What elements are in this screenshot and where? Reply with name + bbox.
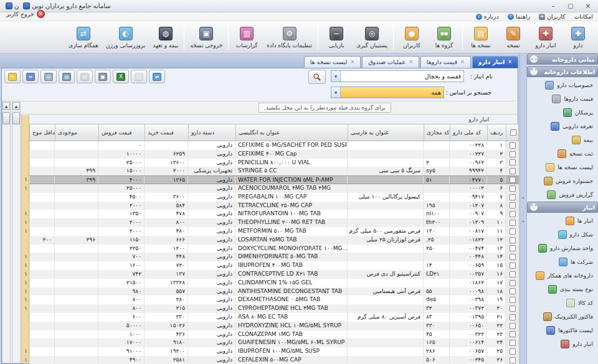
outer-vertical-scrollbar[interactable]: ▲ [2, 101, 11, 363]
sidebar-item-2-8[interactable]: جشنواره فروش [527, 174, 598, 188]
table-row[interactable]: ۹۱۰۰۰۱۹۲۰۰داروییIBUPROFEN ۱۰۰MG/۵ML SUSP… [29, 347, 519, 356]
toolbar-button-12[interactable]: ◍بیمه و تعهد [149, 23, 182, 52]
table-row[interactable]: ۲۰۰۲۹۶۱۱۵۰۶۶۶داروییLOSARTAN ۲۵MG TABقرص … [29, 236, 519, 245]
row-checkbox[interactable] [510, 323, 516, 329]
toolbar-button-9[interactable]: ⚙تنظیمات پایگاه داده [263, 23, 316, 52]
sidebar-item-2-6[interactable]: ثبت نسخه [527, 147, 598, 161]
sidebar-item-3-2[interactable]: شکل دارو [527, 228, 598, 241]
toolbar-button-14[interactable]: ⇄همگام سازی [65, 23, 102, 52]
row-checkbox[interactable] [510, 314, 516, 320]
store-name-combo[interactable]: ▼ قفسه و یخچال [331, 70, 464, 82]
row-checkbox[interactable] [510, 159, 516, 166]
column-header-vcode[interactable]: کد مجازی [424, 124, 450, 141]
group-by-bar[interactable]: برای گروه بندی فیلد موردنظر را به این مح… [2, 101, 518, 114]
scroll-up-icon[interactable]: ▲ [12, 102, 20, 110]
table-row[interactable]: ۷۴۲۱۳۷داروییCONTRACEPTIVE LD X۲۱ TABکنتر… [29, 270, 519, 279]
row-checkbox[interactable] [510, 280, 516, 286]
minimize-button[interactable]: – [547, 2, 559, 11]
table-row[interactable]: ۲۵۰۰۰۱۳۶۰۰داروییPENICILLIN ۸۰۰,۰۰۰ U VIA… [29, 159, 519, 167]
row-checkbox[interactable] [510, 211, 516, 217]
sidebar-splitter[interactable]: ▴ ···· ▾ [520, 54, 527, 364]
sidebar-item-2-1[interactable]: خصوصیات دارو [527, 78, 598, 92]
sidebar-item-3-5[interactable]: داروخانه های همکار [527, 269, 598, 282]
table-row[interactable]: ۸۰۰۲۸۰داروییDEXAMETHASONE ۰.۵MG TABde۵۰۰… [29, 296, 519, 304]
row-checkbox[interactable] [510, 331, 516, 337]
row-checkbox[interactable] [510, 288, 516, 294]
toolbar-button-6[interactable]: ●کاربران [396, 23, 428, 52]
toolbar-button-1[interactable]: ✚دارو [562, 23, 594, 52]
column-header-cat[interactable]: دسته دارو [188, 124, 235, 141]
table-row[interactable]: ۹۸۰۵۵۷داروییANTIHISTAMINE DECONGESTANT T… [29, 287, 519, 296]
toolbar-button-4[interactable]: ▤نسخه ها [465, 23, 497, 52]
toolbar-button-7[interactable]: ◎پشتیبان گیری [353, 23, 391, 52]
row-checkbox[interactable] [510, 340, 516, 346]
sidebar-section-header-2[interactable]: ⌃⌃اطلاعات داروخانه [527, 66, 598, 77]
table-row[interactable]: ۴۵۰۰۳۶۰۰داروییPREGABALIN ۱۰۰MG CAPکپسول … [29, 193, 519, 202]
table-row[interactable]: ۱۷۰۰۰۹۱۸۰داروییGUAIFENESIN ۱۰۰MG/۵ML ۶۰M… [29, 338, 519, 347]
table-row[interactable]: ۴۹۹۱۵۰۰۰۲۰۰۰تجهیزات پزشکیSYRINGE ۵ CCسرن… [29, 167, 519, 175]
tab-1[interactable]: انبار دارو× [472, 56, 518, 68]
table-row[interactable]: ۱۰۰۰۴۳۶داروییCLONAZEPAM ۱MG TAB۴۵۰۰۳۲۲۲۳ [29, 330, 519, 339]
excel-button[interactable]: X [113, 70, 129, 83]
refresh-button[interactable]: ⇄ [149, 70, 165, 83]
sidebar-item-3-10[interactable]: انبار دارو [527, 337, 598, 351]
sidebar-section-header-3[interactable]: ⌃⌃انبار [527, 202, 598, 213]
chevron-double-up-icon[interactable]: ⌃⌃ [530, 68, 538, 75]
tab-close-icon[interactable]: × [508, 59, 512, 65]
sidebar-item-2-7[interactable]: لیست نسخه ها [527, 161, 598, 174]
menu-item-1[interactable]: امکانات [574, 13, 593, 20]
row-checkbox[interactable] [510, 142, 516, 149]
table-row[interactable]: ۲۵۰۰۰داروییACENOCOUMAROL ۴MG TAB ۴MG۰۰۰۰… [29, 184, 519, 193]
tab-4[interactable]: لیست نسخه ها× [304, 56, 361, 68]
tab-2[interactable]: قیمت داروها× [420, 56, 471, 68]
details-button[interactable]: ≡ [22, 70, 39, 83]
table-row[interactable]: ۲۰۰۰۵۸۴داروییTETRACYCLINE ۲۵۰MG CAP۱۹۵۰۱… [29, 202, 519, 210]
toolbar-button-8[interactable]: −بازیابی [320, 23, 353, 52]
chevron-double-down-icon[interactable]: ⌄⌄ [530, 55, 538, 63]
sidebar-item-2-3[interactable]: پزشکان [527, 106, 598, 119]
sidebar-item-3-7[interactable]: کد کالا [527, 296, 598, 310]
sidebar-item-3-6[interactable]: نوع بسته بندی [527, 282, 598, 296]
search-button[interactable] [308, 70, 326, 84]
table-row[interactable]: ۱۰۰۰۰۶۲۵۹داروییCEFIXIME ۴۰۰MG Cap۰۰۲۲۷۲ [29, 150, 519, 159]
column-header-stock[interactable]: موجودی [55, 124, 98, 141]
row-checkbox[interactable] [510, 357, 516, 363]
row-checkbox[interactable] [510, 177, 516, 183]
select-all-checkbox[interactable] [510, 129, 516, 136]
sidebar-item-2-4[interactable]: تعرفه دارویی [527, 119, 598, 133]
tab-3[interactable]: عملیات صندوق× [362, 56, 419, 68]
column-header-checkbox[interactable] [506, 124, 520, 141]
tab-close-icon[interactable]: × [409, 59, 413, 65]
sidebar-item-2-5[interactable]: بیمه [527, 133, 598, 147]
print-preview-button[interactable]: ◎ [40, 70, 57, 83]
sidebar-item-2-9[interactable]: گزارش فروش [527, 188, 598, 202]
table-row[interactable]: ۸۰۰۲۱۵داروییCYPROHEPTADINE HCL ۴MG TAB۳۲… [29, 304, 519, 313]
column-header-code[interactable]: کد ملی دارو [450, 124, 487, 141]
toolbar-button-2[interactable]: ✚انبار دارو [529, 23, 562, 52]
scrollbar-thumb[interactable] [12, 112, 20, 124]
sidebar-item-3-1[interactable]: انبار ها [527, 214, 598, 228]
column-header-buy[interactable]: قیمت خرید [145, 124, 188, 141]
sidebar-item-3-9[interactable]: لیست فاکتورها [527, 324, 598, 337]
table-row[interactable]: ۱۳۵۰۴۷۸داروییNITROFURANTOIN ۱۰۰MG TABni۱… [29, 210, 519, 218]
table-row[interactable]: ۲۲۵۰۱۲۰۰داروییDOXYCYCLINE MONOHYDRATE ۱۰… [29, 245, 519, 253]
chevron-double-up-icon[interactable]: ⌃⌃ [530, 203, 538, 211]
menu-item-3[interactable]: ?راهنما [508, 13, 531, 20]
row-checkbox[interactable] [510, 245, 516, 251]
row-checkbox[interactable] [510, 237, 516, 243]
toolbar-button-5[interactable]: ●●گروه ها [428, 23, 460, 52]
export-button[interactable]: ▣ [95, 70, 111, 83]
sidebar-item-3-3[interactable]: واحد شمارش دارو [527, 241, 598, 255]
table-row[interactable]: ۰داروییCEFIXIME ۵۰MG/SACHET FOR PED SUSP… [29, 141, 519, 150]
row-checkbox[interactable] [510, 263, 516, 269]
row-checkbox[interactable] [510, 228, 516, 235]
table-row[interactable]: ۶۰۰۳۳۰داروییASA ۸۰MG EC TABقرص آسپرین ۸۰… [29, 313, 519, 322]
chevron-down-icon[interactable]: ▼ [331, 87, 341, 98]
column-header-min[interactable]: حداقل موج [30, 124, 55, 141]
menu-item-4[interactable]: iدرباره [476, 13, 499, 20]
row-checkbox[interactable] [510, 271, 516, 278]
sidebar-item-3-4[interactable]: شرکت ها [527, 255, 598, 269]
table-row[interactable]: ۴۹۰۰۲۵۸۱داروییCEFALEXIN ۵۰۰MG CAP۵۰۶۰۰۲۴… [29, 356, 519, 364]
toolbar-button-3[interactable]: ✎نسخه [497, 23, 529, 52]
table-row[interactable]: ۷۰۰۴۴۸داروییDIMENHYDRINATE ۵۰MG TAB۰۰۴۴۸… [29, 253, 519, 261]
